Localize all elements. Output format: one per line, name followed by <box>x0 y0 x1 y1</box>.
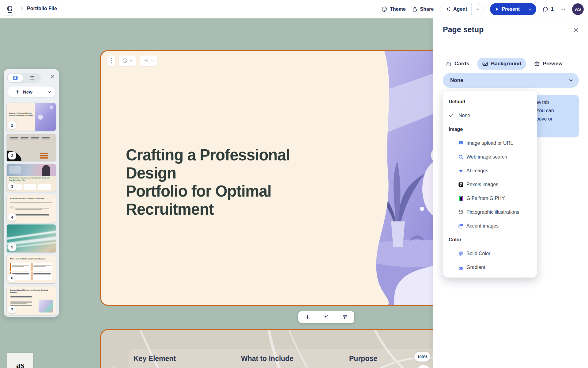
menu-item-pictographic[interactable]: Pictographic illustrations <box>443 205 537 219</box>
palette-icon <box>381 6 387 12</box>
lock-icon <box>412 6 418 12</box>
tab-background-label: Background <box>491 61 521 67</box>
present-button[interactable]: Present <box>490 3 524 15</box>
close-icon <box>573 27 579 33</box>
tab-background[interactable]: Background <box>477 58 526 70</box>
table-header-cell[interactable]: Purpose <box>349 355 377 363</box>
chevron-down-icon <box>476 7 480 11</box>
slide-thumbnail-1[interactable]: Crafting a Professional Design Portfolio… <box>7 103 56 131</box>
thumb7-illustration <box>39 300 53 312</box>
theme-label: Theme <box>390 6 406 12</box>
globe-icon <box>534 61 540 67</box>
avatar[interactable]: AS <box>572 3 584 15</box>
tab-cards-label: Cards <box>454 61 469 67</box>
thumb-number: 7 <box>8 306 16 313</box>
share-button[interactable]: Share <box>412 6 434 12</box>
check-icon <box>449 113 454 118</box>
thumb-number: 2 <box>8 152 16 159</box>
card-theme-button[interactable] <box>119 56 136 66</box>
slide-thumbnail-2[interactable]: 2 <box>7 134 56 161</box>
sparkles-icon <box>323 314 329 320</box>
slide-thumbnail-4[interactable]: A Step-by-Step Guide to Building Your Po… <box>7 194 56 223</box>
thumb4-title: A Step-by-Step Guide to Building Your Po… <box>10 197 53 200</box>
document-title[interactable]: Portfolio File <box>27 6 57 11</box>
thumb2-stack <box>40 152 48 159</box>
menu-item-gradient[interactable]: Gradient <box>443 260 537 274</box>
add-card-button[interactable] <box>298 311 317 323</box>
panel-close-button[interactable] <box>573 27 579 33</box>
slide-title-line: Portfolio for Optimal <box>126 182 340 200</box>
menu-section-header: Default <box>443 95 537 109</box>
present-menu-button[interactable] <box>524 3 536 15</box>
thumb3-title: The Paramount Importance of Your Portfol… <box>9 177 52 181</box>
new-card-menu-button[interactable] <box>43 90 55 94</box>
menu-item-solid-color[interactable]: Solid Color <box>443 247 537 260</box>
table-header-cell[interactable]: Key Element <box>134 355 176 363</box>
slide-thumbnail-6[interactable]: What to Include: The Essential Portfolio… <box>7 255 56 283</box>
comment-count: 1 <box>551 6 554 12</box>
ai-generate-card-button[interactable] <box>317 311 335 323</box>
agent-button[interactable]: Agent <box>440 3 471 15</box>
chevron-down-icon <box>568 78 573 83</box>
thumb-number: 5 <box>8 243 16 251</box>
new-card-button[interactable]: New <box>7 86 56 98</box>
thumb1-title: Crafting a Professional Design Portfolio… <box>9 112 34 117</box>
slide-title[interactable]: Crafting a Professional Design Portfolio… <box>126 146 340 218</box>
panel-tabs: Cards Background Preview <box>441 58 567 70</box>
slide-title-line: Crafting a Professional Design <box>126 146 340 182</box>
list-icon <box>29 75 35 81</box>
search-icon <box>458 154 464 160</box>
menu-item-accent-images[interactable]: Accent images <box>443 219 537 233</box>
slide-card-1[interactable]: Crafting a Professional Design Portfolio… <box>100 50 444 306</box>
menu-section-header: Image <box>443 122 537 136</box>
menu-item-pexels-images[interactable]: Pexels images <box>443 178 537 191</box>
image-upload-icon <box>458 140 464 146</box>
agent-split-button: Agent <box>440 3 484 15</box>
pictographic-icon <box>458 209 464 215</box>
comment-icon <box>542 6 548 12</box>
thumb7-title: Selecting Optimal Platforms and Ensuring… <box>10 289 50 293</box>
menu-item-none[interactable]: None <box>443 109 537 122</box>
list-view-button[interactable] <box>24 74 40 82</box>
card-ai-button[interactable] <box>140 56 157 66</box>
zoom-level-badge[interactable]: 100% <box>414 352 430 362</box>
filmstrip-view-button[interactable] <box>8 74 23 82</box>
background-type-select[interactable]: None <box>443 73 579 88</box>
drag-handle-button[interactable] <box>107 56 115 66</box>
workspace-logo: as <box>7 353 33 368</box>
table-header-cell[interactable]: What to Include <box>241 355 293 363</box>
menu-item-gifs-giphy[interactable]: GIFs from GIPHY <box>443 191 537 205</box>
card-template-button[interactable] <box>336 311 354 323</box>
thumb1-image <box>35 103 56 131</box>
menu-item-image-upload[interactable]: Image upload or URL <box>443 136 537 150</box>
more-options-button[interactable] <box>560 6 566 12</box>
pexels-icon <box>458 182 464 187</box>
thumb3-photo <box>7 164 56 176</box>
menu-item-web-image-search[interactable]: Web image search <box>443 150 537 164</box>
app-logo-underline <box>8 12 12 13</box>
plus-icon <box>305 314 310 320</box>
agent-label: Agent <box>453 6 467 12</box>
comments-button[interactable]: 1 <box>542 6 554 12</box>
slide-thumbnail-5[interactable]: 5 <box>7 224 56 252</box>
accent-images-icon <box>458 223 464 229</box>
panel-title: Page setup <box>443 25 484 34</box>
slide-hero-image <box>348 51 443 306</box>
chevron-down-icon <box>528 7 532 11</box>
navigator-close-button[interactable] <box>50 74 55 79</box>
workspace-monogram: as <box>16 361 24 368</box>
background-type-value: None <box>450 77 463 83</box>
palette-icon <box>122 58 128 63</box>
agent-menu-button[interactable] <box>471 3 484 15</box>
menu-section-header: Color <box>443 233 537 247</box>
theme-button[interactable]: Theme <box>381 6 406 12</box>
tab-preview[interactable]: Preview <box>529 58 567 70</box>
slide-thumbnail-3[interactable]: The Paramount Importance of Your Portfol… <box>7 164 56 192</box>
cards-icon <box>446 61 452 67</box>
menu-item-ai-images[interactable]: AI images <box>443 164 537 178</box>
slide-card-2[interactable]: Key Element What to Include Purpose Port… <box>100 329 444 368</box>
app-logo-button[interactable]: G <box>4 3 16 16</box>
tab-cards[interactable]: Cards <box>441 58 474 70</box>
insert-card-toolbar <box>298 311 354 323</box>
slide-thumbnail-7[interactable]: Selecting Optimal Platforms and Ensuring… <box>7 286 56 315</box>
